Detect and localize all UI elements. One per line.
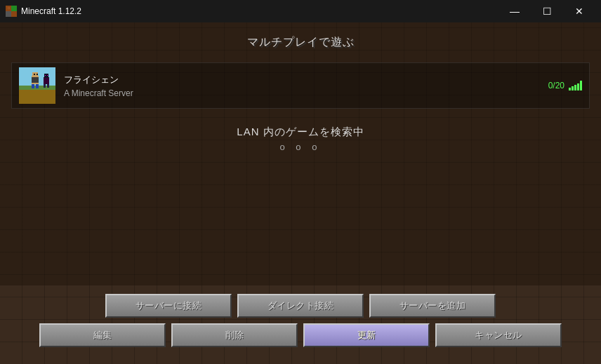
button-row-1: サーバーに接続 ダイレクト接続 サーバーを追加 <box>11 294 590 318</box>
close-button[interactable]: ✕ <box>563 0 595 22</box>
signal-bar-4 <box>577 83 579 90</box>
add-server-button[interactable]: サーバーを追加 <box>369 294 496 318</box>
lan-searching: LAN 内のゲームを検索中 o o o <box>11 112 590 166</box>
server-thumbnail-canvas <box>19 67 55 104</box>
window-controls: — ☐ ✕ <box>498 0 595 22</box>
maximize-button[interactable]: ☐ <box>531 0 563 22</box>
signal-bar-3 <box>574 85 576 90</box>
signal-bars <box>569 81 582 90</box>
connect-server-button[interactable]: サーバーに接続 <box>105 294 232 318</box>
edit-button[interactable]: 編集 <box>39 323 166 347</box>
refresh-button[interactable]: 更新 <box>303 323 430 347</box>
svg-rect-1 <box>11 6 17 11</box>
server-thumbnail <box>19 67 55 104</box>
server-entry[interactable]: フライシェン A Minecraft Server 0/20 <box>11 62 590 109</box>
direct-connect-button[interactable]: ダイレクト接続 <box>237 294 364 318</box>
signal-bar-2 <box>572 86 574 90</box>
button-row-2: 編集 削除 更新 キャンセル <box>11 323 590 347</box>
title-bar: Minecraft 1.12.2 — ☐ ✕ <box>0 0 601 22</box>
lan-searching-dots: o o o <box>11 142 590 152</box>
server-description: A Minecraft Server <box>64 88 582 98</box>
lan-searching-text: LAN 内のゲームを検索中 <box>11 126 590 139</box>
svg-rect-3 <box>11 11 17 17</box>
signal-bar-5 <box>580 81 582 90</box>
server-list: フライシェン A Minecraft Server 0/20 LAN 内のゲーム… <box>0 57 601 285</box>
minimize-button[interactable]: — <box>498 0 531 22</box>
server-name: フライシェン <box>64 74 582 86</box>
signal-bar-1 <box>569 88 571 90</box>
title-bar-left: Minecraft 1.12.2 <box>6 6 81 17</box>
server-info: フライシェン A Minecraft Server <box>64 74 582 98</box>
delete-button[interactable]: 削除 <box>171 323 298 347</box>
svg-rect-2 <box>6 11 11 17</box>
minecraft-icon <box>6 6 17 17</box>
server-players: 0/20 <box>548 81 564 90</box>
cancel-button[interactable]: キャンセル <box>435 323 562 347</box>
page-title-area: マルチプレイで遊ぶ <box>0 22 601 57</box>
page-title: マルチプレイで遊ぶ <box>0 35 601 50</box>
button-area: サーバーに接続 ダイレクト接続 サーバーを追加 編集 削除 更新 キャンセル <box>0 285 601 364</box>
window-title: Minecraft 1.12.2 <box>21 6 81 16</box>
main-content: マルチプレイで遊ぶ フライシェン A Minecraft Server 0/20 <box>0 22 601 364</box>
server-status: 0/20 <box>548 81 582 90</box>
svg-rect-5 <box>8 8 9 8</box>
